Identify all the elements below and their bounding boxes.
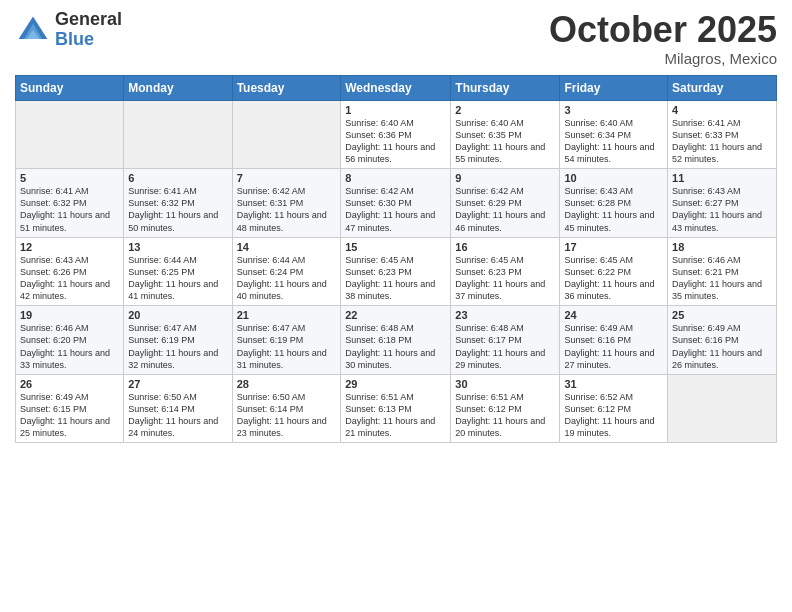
calendar: SundayMondayTuesdayWednesdayThursdayFrid… [15, 75, 777, 444]
day-info: Sunrise: 6:42 AM Sunset: 6:29 PM Dayligh… [455, 185, 555, 234]
calendar-cell: 6Sunrise: 6:41 AM Sunset: 6:32 PM Daylig… [124, 169, 232, 238]
calendar-cell: 16Sunrise: 6:45 AM Sunset: 6:23 PM Dayli… [451, 237, 560, 306]
day-number: 31 [564, 378, 663, 390]
calendar-cell: 9Sunrise: 6:42 AM Sunset: 6:29 PM Daylig… [451, 169, 560, 238]
day-info: Sunrise: 6:52 AM Sunset: 6:12 PM Dayligh… [564, 391, 663, 440]
calendar-cell: 20Sunrise: 6:47 AM Sunset: 6:19 PM Dayli… [124, 306, 232, 375]
calendar-cell: 1Sunrise: 6:40 AM Sunset: 6:36 PM Daylig… [341, 100, 451, 169]
weekday-header: Friday [560, 75, 668, 100]
calendar-cell: 24Sunrise: 6:49 AM Sunset: 6:16 PM Dayli… [560, 306, 668, 375]
weekday-header: Monday [124, 75, 232, 100]
weekday-header: Sunday [16, 75, 124, 100]
calendar-cell: 14Sunrise: 6:44 AM Sunset: 6:24 PM Dayli… [232, 237, 341, 306]
day-info: Sunrise: 6:48 AM Sunset: 6:18 PM Dayligh… [345, 322, 446, 371]
logo: General Blue [15, 10, 122, 50]
day-info: Sunrise: 6:46 AM Sunset: 6:20 PM Dayligh… [20, 322, 119, 371]
day-number: 21 [237, 309, 337, 321]
day-info: Sunrise: 6:49 AM Sunset: 6:16 PM Dayligh… [564, 322, 663, 371]
day-number: 17 [564, 241, 663, 253]
calendar-cell: 3Sunrise: 6:40 AM Sunset: 6:34 PM Daylig… [560, 100, 668, 169]
day-info: Sunrise: 6:47 AM Sunset: 6:19 PM Dayligh… [237, 322, 337, 371]
day-info: Sunrise: 6:42 AM Sunset: 6:31 PM Dayligh… [237, 185, 337, 234]
calendar-cell: 29Sunrise: 6:51 AM Sunset: 6:13 PM Dayli… [341, 374, 451, 443]
day-number: 2 [455, 104, 555, 116]
day-number: 8 [345, 172, 446, 184]
calendar-week-row: 19Sunrise: 6:46 AM Sunset: 6:20 PM Dayli… [16, 306, 777, 375]
day-number: 28 [237, 378, 337, 390]
day-number: 12 [20, 241, 119, 253]
day-info: Sunrise: 6:48 AM Sunset: 6:17 PM Dayligh… [455, 322, 555, 371]
day-number: 23 [455, 309, 555, 321]
day-number: 25 [672, 309, 772, 321]
day-number: 18 [672, 241, 772, 253]
calendar-cell: 8Sunrise: 6:42 AM Sunset: 6:30 PM Daylig… [341, 169, 451, 238]
day-number: 14 [237, 241, 337, 253]
day-number: 24 [564, 309, 663, 321]
day-info: Sunrise: 6:50 AM Sunset: 6:14 PM Dayligh… [128, 391, 227, 440]
day-info: Sunrise: 6:45 AM Sunset: 6:23 PM Dayligh… [345, 254, 446, 303]
calendar-cell: 30Sunrise: 6:51 AM Sunset: 6:12 PM Dayli… [451, 374, 560, 443]
day-number: 3 [564, 104, 663, 116]
weekday-header: Tuesday [232, 75, 341, 100]
day-info: Sunrise: 6:43 AM Sunset: 6:26 PM Dayligh… [20, 254, 119, 303]
day-number: 1 [345, 104, 446, 116]
calendar-cell: 7Sunrise: 6:42 AM Sunset: 6:31 PM Daylig… [232, 169, 341, 238]
day-info: Sunrise: 6:40 AM Sunset: 6:34 PM Dayligh… [564, 117, 663, 166]
day-number: 7 [237, 172, 337, 184]
calendar-cell [232, 100, 341, 169]
day-info: Sunrise: 6:51 AM Sunset: 6:13 PM Dayligh… [345, 391, 446, 440]
day-number: 11 [672, 172, 772, 184]
calendar-cell: 27Sunrise: 6:50 AM Sunset: 6:14 PM Dayli… [124, 374, 232, 443]
calendar-cell: 10Sunrise: 6:43 AM Sunset: 6:28 PM Dayli… [560, 169, 668, 238]
day-number: 6 [128, 172, 227, 184]
calendar-cell: 4Sunrise: 6:41 AM Sunset: 6:33 PM Daylig… [668, 100, 777, 169]
day-number: 15 [345, 241, 446, 253]
calendar-cell [16, 100, 124, 169]
page: General Blue October 2025 Milagros, Mexi… [0, 0, 792, 612]
day-info: Sunrise: 6:40 AM Sunset: 6:36 PM Dayligh… [345, 117, 446, 166]
day-number: 16 [455, 241, 555, 253]
weekday-header: Wednesday [341, 75, 451, 100]
calendar-week-row: 5Sunrise: 6:41 AM Sunset: 6:32 PM Daylig… [16, 169, 777, 238]
logo-text: General Blue [55, 10, 122, 50]
day-number: 10 [564, 172, 663, 184]
logo-general: General [55, 10, 122, 30]
calendar-cell: 28Sunrise: 6:50 AM Sunset: 6:14 PM Dayli… [232, 374, 341, 443]
calendar-cell: 22Sunrise: 6:48 AM Sunset: 6:18 PM Dayli… [341, 306, 451, 375]
calendar-cell: 26Sunrise: 6:49 AM Sunset: 6:15 PM Dayli… [16, 374, 124, 443]
calendar-week-row: 12Sunrise: 6:43 AM Sunset: 6:26 PM Dayli… [16, 237, 777, 306]
calendar-cell: 13Sunrise: 6:44 AM Sunset: 6:25 PM Dayli… [124, 237, 232, 306]
day-info: Sunrise: 6:43 AM Sunset: 6:28 PM Dayligh… [564, 185, 663, 234]
day-info: Sunrise: 6:40 AM Sunset: 6:35 PM Dayligh… [455, 117, 555, 166]
logo-blue: Blue [55, 30, 122, 50]
day-info: Sunrise: 6:47 AM Sunset: 6:19 PM Dayligh… [128, 322, 227, 371]
day-number: 29 [345, 378, 446, 390]
day-number: 13 [128, 241, 227, 253]
calendar-cell: 5Sunrise: 6:41 AM Sunset: 6:32 PM Daylig… [16, 169, 124, 238]
location: Milagros, Mexico [549, 50, 777, 67]
day-info: Sunrise: 6:46 AM Sunset: 6:21 PM Dayligh… [672, 254, 772, 303]
calendar-cell: 15Sunrise: 6:45 AM Sunset: 6:23 PM Dayli… [341, 237, 451, 306]
calendar-week-row: 26Sunrise: 6:49 AM Sunset: 6:15 PM Dayli… [16, 374, 777, 443]
day-info: Sunrise: 6:44 AM Sunset: 6:24 PM Dayligh… [237, 254, 337, 303]
day-info: Sunrise: 6:43 AM Sunset: 6:27 PM Dayligh… [672, 185, 772, 234]
day-info: Sunrise: 6:49 AM Sunset: 6:16 PM Dayligh… [672, 322, 772, 371]
month-title: October 2025 [549, 10, 777, 50]
weekday-row: SundayMondayTuesdayWednesdayThursdayFrid… [16, 75, 777, 100]
calendar-cell: 2Sunrise: 6:40 AM Sunset: 6:35 PM Daylig… [451, 100, 560, 169]
calendar-cell: 31Sunrise: 6:52 AM Sunset: 6:12 PM Dayli… [560, 374, 668, 443]
calendar-cell [668, 374, 777, 443]
header: General Blue October 2025 Milagros, Mexi… [15, 10, 777, 67]
logo-icon [15, 12, 51, 48]
calendar-cell: 25Sunrise: 6:49 AM Sunset: 6:16 PM Dayli… [668, 306, 777, 375]
calendar-cell: 21Sunrise: 6:47 AM Sunset: 6:19 PM Dayli… [232, 306, 341, 375]
day-info: Sunrise: 6:45 AM Sunset: 6:23 PM Dayligh… [455, 254, 555, 303]
calendar-cell [124, 100, 232, 169]
day-number: 20 [128, 309, 227, 321]
calendar-cell: 23Sunrise: 6:48 AM Sunset: 6:17 PM Dayli… [451, 306, 560, 375]
day-info: Sunrise: 6:44 AM Sunset: 6:25 PM Dayligh… [128, 254, 227, 303]
calendar-cell: 19Sunrise: 6:46 AM Sunset: 6:20 PM Dayli… [16, 306, 124, 375]
calendar-cell: 17Sunrise: 6:45 AM Sunset: 6:22 PM Dayli… [560, 237, 668, 306]
title-block: October 2025 Milagros, Mexico [549, 10, 777, 67]
calendar-cell: 12Sunrise: 6:43 AM Sunset: 6:26 PM Dayli… [16, 237, 124, 306]
